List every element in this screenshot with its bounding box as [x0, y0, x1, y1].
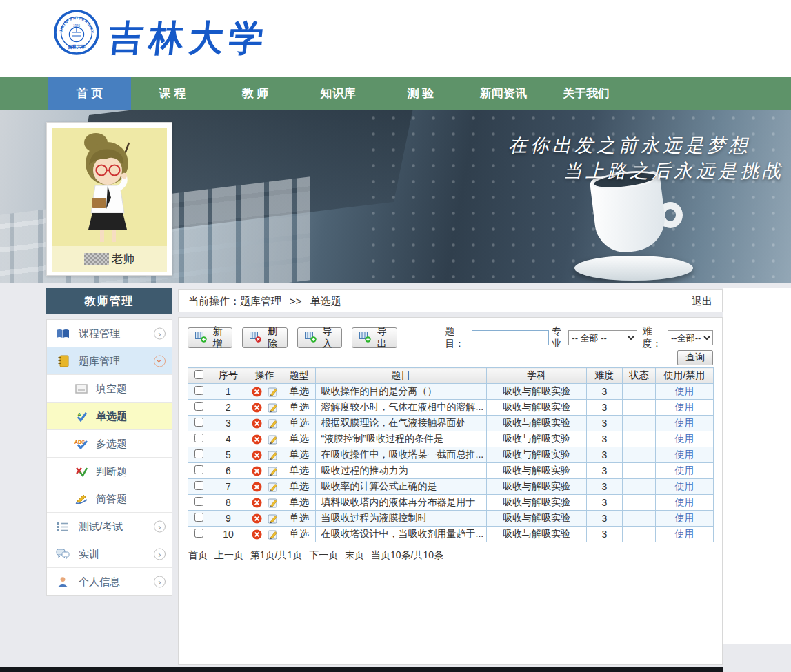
edit-row-icon[interactable]	[268, 434, 278, 445]
row-status	[622, 447, 655, 463]
row-checkbox[interactable]	[194, 481, 203, 490]
row-difficulty: 3	[586, 431, 622, 447]
delete-row-icon[interactable]	[252, 418, 262, 429]
add-button-label: 新增	[210, 325, 225, 350]
delete-row-icon[interactable]	[252, 498, 262, 508]
pagination-first[interactable]: 首页	[188, 549, 208, 560]
nav-item-tests[interactable]: 测 验	[379, 77, 462, 110]
delete-row-icon[interactable]	[252, 387, 262, 397]
use-link[interactable]: 使用	[675, 449, 694, 460]
pagination-next[interactable]: 下一页	[309, 549, 338, 560]
teacher-title: 老师	[112, 251, 135, 267]
use-link[interactable]: 使用	[675, 480, 694, 491]
pagination-prev[interactable]: 上一页	[214, 549, 243, 560]
nav-item-news[interactable]: 新闻资讯	[462, 77, 545, 110]
import-table-icon	[305, 331, 317, 345]
main-nav: 首 页 课 程 教 师 知识库 测 验 新闻资讯 关于我们	[0, 77, 791, 110]
add-button[interactable]: 新增	[188, 327, 232, 348]
edit-row-icon[interactable]	[268, 450, 278, 460]
use-link[interactable]: 使用	[675, 385, 694, 396]
search-button[interactable]: 查询	[677, 350, 713, 365]
delete-row-icon[interactable]	[252, 482, 262, 492]
edit-row-icon[interactable]	[268, 498, 278, 508]
use-link[interactable]: 使用	[675, 496, 694, 507]
breadcrumb-section[interactable]: 题库管理	[240, 295, 281, 307]
use-link[interactable]: 使用	[675, 528, 694, 539]
edit-row-icon[interactable]	[268, 513, 278, 524]
edit-row-icon[interactable]	[268, 482, 278, 492]
row-checkbox[interactable]	[194, 513, 203, 522]
major-select[interactable]: -- 全部 --	[568, 330, 637, 345]
edit-row-icon[interactable]	[268, 529, 278, 540]
sidebar-item-course-mgmt[interactable]: 课程管理 ›	[47, 320, 172, 347]
nav-item-knowledge[interactable]: 知识库	[297, 77, 379, 110]
delete-row-icon[interactable]	[252, 434, 262, 445]
edit-row-icon[interactable]	[268, 403, 278, 413]
coffee-cup-shape	[571, 169, 699, 283]
use-link[interactable]: 使用	[675, 433, 694, 444]
edit-row-icon[interactable]	[268, 387, 278, 397]
sidebar-item-practical-training[interactable]: 实训 ›	[47, 540, 172, 568]
row-checkbox[interactable]	[194, 497, 203, 506]
sidebar-item-personal-info[interactable]: 个人信息 ›	[47, 568, 172, 595]
edit-row-icon[interactable]	[268, 466, 278, 476]
row-title: 填料吸收塔内的液体再分布器是用于	[315, 495, 487, 511]
edit-row-icon[interactable]	[268, 418, 278, 429]
select-all-checkbox[interactable]	[194, 370, 203, 379]
delete-button[interactable]: 删除	[242, 327, 287, 348]
major-filter-label: 专业	[552, 325, 568, 350]
row-checkbox[interactable]	[194, 418, 203, 427]
chevron-right-circle-icon: ›	[154, 576, 166, 588]
difficulty-select[interactable]: --全部--	[668, 330, 713, 345]
breadcrumb-current[interactable]: 单选题	[310, 295, 341, 307]
pagination-last[interactable]: 末页	[345, 549, 364, 560]
nav-item-courses[interactable]: 课 程	[131, 77, 214, 110]
export-button[interactable]: 导出	[352, 327, 397, 348]
delete-row-icon[interactable]	[252, 513, 262, 524]
row-checkbox[interactable]	[194, 529, 203, 538]
sidebar-item-multi-choice[interactable]: ABC 多选题	[47, 430, 172, 458]
row-type: 单选	[283, 384, 315, 400]
use-link[interactable]: 使用	[675, 465, 694, 476]
logout-link[interactable]: 退出	[692, 290, 712, 312]
use-link[interactable]: 使用	[675, 417, 694, 428]
university-seal-icon: JILIN·UNIVERSITY·CHINA 1946 吉林大学	[54, 10, 99, 58]
row-difficulty: 3	[586, 384, 622, 400]
sidebar-item-single-choice[interactable]: A 单选题	[47, 403, 172, 430]
row-difficulty: 3	[586, 527, 622, 542]
pagination: 首页 上一页 第1页/共1页 下一页 末页 当页10条/共10条	[188, 549, 713, 562]
use-link[interactable]: 使用	[675, 512, 694, 523]
delete-row-icon[interactable]	[252, 529, 262, 540]
question-search-input[interactable]	[472, 330, 549, 345]
toolbar: 新增 删除 导入 导出 题目： 专业 -- 全部 --	[188, 327, 713, 349]
chevron-right-circle-icon: ›	[154, 548, 166, 560]
svg-text:吉林大学: 吉林大学	[68, 44, 86, 50]
sidebar-item-fill-blank[interactable]: 填空题	[47, 375, 172, 403]
delete-row-icon[interactable]	[252, 450, 262, 460]
use-link[interactable]: 使用	[675, 401, 694, 412]
teacher-avatar-card: 老师	[46, 122, 172, 276]
delete-row-icon[interactable]	[252, 403, 262, 413]
row-checkbox[interactable]	[194, 449, 203, 458]
nav-item-home[interactable]: 首 页	[48, 77, 131, 110]
sidebar-item-tests-exams[interactable]: 测试/考试 ›	[47, 513, 172, 540]
row-checkbox[interactable]	[194, 402, 203, 411]
chevron-down-circle-icon: ›	[154, 355, 166, 367]
nav-item-teachers[interactable]: 教 师	[214, 77, 297, 110]
row-subject: 吸收与解吸实验	[487, 447, 587, 463]
sidebar-item-judgment[interactable]: 判断题	[47, 458, 172, 485]
person-icon	[56, 575, 70, 589]
banner-slogan-line2: 当上路之后永远是挑战	[563, 159, 784, 183]
sidebar-item-question-bank[interactable]: 题库管理 ›	[47, 347, 172, 375]
row-checkbox[interactable]	[194, 465, 203, 474]
content-panel: 新增 删除 导入 导出 题目： 专业 -- 全部 --	[178, 317, 723, 665]
table-row: 7 单选 吸收率的计算公式正确的是 吸收与解吸实验 3 使用	[188, 479, 714, 495]
nav-item-about[interactable]: 关于我们	[545, 77, 628, 110]
breadcrumb-label: 当前操作：	[188, 295, 240, 307]
row-checkbox[interactable]	[194, 434, 203, 442]
sidebar-item-short-answer[interactable]: 简答题	[47, 485, 172, 513]
import-button[interactable]: 导入	[297, 327, 342, 348]
delete-row-icon[interactable]	[252, 466, 262, 476]
row-subject: 吸收与解吸实验	[487, 400, 587, 416]
row-checkbox[interactable]	[194, 386, 203, 395]
